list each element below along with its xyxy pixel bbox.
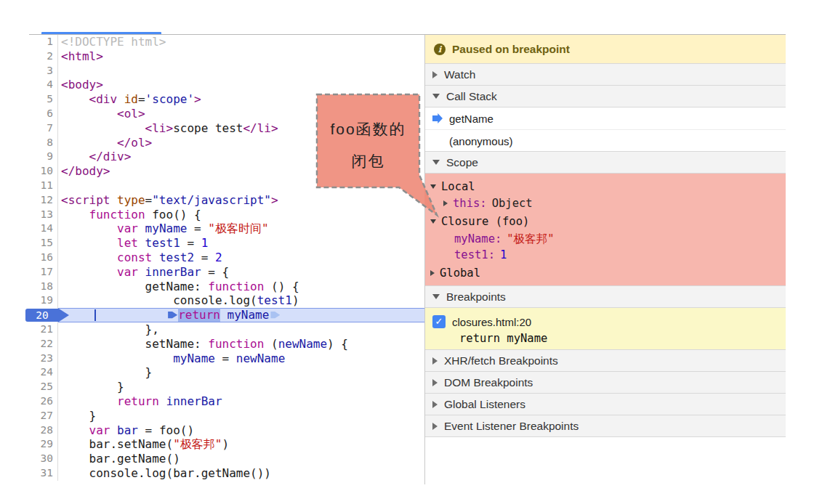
section-global-listeners[interactable]: Global Listeners — [425, 393, 786, 415]
code-line-11[interactable]: 11 — [29, 179, 424, 193]
code-line-2[interactable]: 2<html> — [29, 49, 424, 64]
code-line-5[interactable]: 5 <div id='scope'> — [29, 92, 424, 107]
code-token: test2 — [159, 251, 194, 264]
line-number-11[interactable]: 11 — [29, 179, 58, 193]
code-line-26[interactable]: 26 return innerBar — [29, 394, 424, 409]
section-label: Watch — [444, 68, 475, 81]
code-token: ) { — [327, 337, 348, 351]
line-number-3[interactable]: 3 — [29, 64, 58, 78]
scope-pane-highlighted: Local this: Object Closure (foo) myName:… — [425, 174, 786, 286]
code-line-27[interactable]: 27 } — [29, 409, 424, 423]
code-line-16[interactable]: 16 const test2 = 2 — [29, 251, 424, 265]
scope-group-closure[interactable]: Closure (foo) — [425, 211, 786, 231]
code-line-6[interactable]: 6 <ol> — [29, 107, 424, 121]
code-line-content: </body> — [58, 164, 424, 179]
code-token — [152, 251, 159, 264]
code-line-29[interactable]: 29 bar.setName("极客邦") — [29, 437, 424, 452]
code-line-23[interactable]: 23 myName = newName — [29, 351, 424, 366]
scope-row-myname[interactable]: myName: "极客邦" — [425, 231, 786, 247]
line-number-20[interactable]: 20 — [29, 308, 58, 322]
line-number-5[interactable]: 5 — [29, 92, 58, 107]
code-token: "text/javascript" — [152, 193, 271, 207]
code-line-31[interactable]: 31 console.log(bar.getName()) — [29, 466, 424, 481]
line-number-19[interactable]: 19 — [29, 293, 58, 308]
code-line-3[interactable]: 3 — [29, 64, 424, 78]
section-call-stack[interactable]: Call Stack — [425, 85, 786, 107]
code-token — [61, 208, 89, 221]
section-watch[interactable]: Watch — [425, 63, 786, 86]
code-editor[interactable]: 1<!DOCTYPE html>2<html>34<body>5 <div id… — [29, 35, 424, 481]
line-number-22[interactable]: 22 — [29, 337, 58, 351]
code-line-14[interactable]: 14 var myName = "极客时间" — [29, 221, 424, 236]
code-line-7[interactable]: 7 <li>scope test</li> — [29, 121, 424, 136]
code-line-12[interactable]: 12<script type="text/javascript"> — [29, 193, 424, 208]
section-xhr-breakpoints[interactable]: XHR/fetch Breakpoints — [425, 349, 786, 372]
line-number-24[interactable]: 24 — [29, 365, 58, 380]
line-number-6[interactable]: 6 — [29, 107, 58, 121]
line-number-14[interactable]: 14 — [29, 221, 58, 236]
code-line-20[interactable]: 20 return myName — [29, 308, 424, 322]
code-token — [61, 221, 117, 235]
line-number-30[interactable]: 30 — [29, 452, 58, 466]
breakpoint-location[interactable]: closures.html:20 — [452, 316, 531, 328]
section-scope[interactable]: Scope — [425, 151, 786, 174]
code-line-28[interactable]: 28 var bar = foo() — [29, 423, 424, 438]
code-token — [61, 236, 117, 250]
code-line-30[interactable]: 30 bar.getName() — [29, 452, 424, 466]
code-line-13[interactable]: 13 function foo() { — [29, 208, 424, 222]
code-line-18[interactable]: 18 getName: function () { — [29, 280, 424, 294]
scope-group-local[interactable]: Local — [425, 178, 786, 195]
code-line-22[interactable]: 22 setName: function (newName) { — [29, 337, 424, 351]
code-token: myName — [145, 221, 188, 235]
code-line-1[interactable]: 1<!DOCTYPE html> — [29, 35, 424, 49]
section-label: DOM Breakpoints — [444, 376, 533, 389]
line-number-7[interactable]: 7 — [29, 121, 58, 136]
line-number-15[interactable]: 15 — [29, 236, 58, 251]
line-number-27[interactable]: 27 — [29, 409, 58, 423]
code-token: test1 — [257, 293, 292, 307]
line-number-25[interactable]: 25 — [29, 380, 58, 394]
line-number-29[interactable]: 29 — [29, 437, 58, 452]
code-line-10[interactable]: 10</body> — [29, 164, 424, 179]
scope-group-label: Global — [440, 267, 480, 280]
scope-group-global[interactable]: Global — [425, 263, 786, 283]
line-number-16[interactable]: 16 — [29, 251, 58, 265]
line-number-21[interactable]: 21 — [29, 322, 58, 337]
breakpoint-checkbox[interactable]: ✓ — [432, 315, 446, 328]
section-breakpoints[interactable]: Breakpoints — [425, 285, 786, 308]
call-stack-frame-getname[interactable]: getName — [425, 107, 786, 130]
line-number-4[interactable]: 4 — [29, 78, 58, 92]
line-number-10[interactable]: 10 — [29, 164, 58, 179]
code-token: console.log( — [61, 293, 257, 307]
code-line-9[interactable]: 9 </div> — [29, 150, 424, 164]
code-line-25[interactable]: 25 } — [29, 380, 424, 394]
line-number-1[interactable]: 1 — [29, 35, 58, 49]
breakpoint-entry[interactable]: ✓ closures.html:20 return myName — [425, 308, 786, 350]
line-number-13[interactable]: 13 — [29, 208, 58, 222]
line-number-18[interactable]: 18 — [29, 280, 58, 294]
section-label: Call Stack — [446, 90, 497, 103]
call-stack-frame-anonymous[interactable]: (anonymous) — [425, 130, 786, 152]
code-token: <script — [61, 193, 117, 207]
scope-row-test1[interactable]: test1: 1 — [425, 247, 786, 263]
line-number-23[interactable]: 23 — [29, 351, 58, 366]
scope-row-this[interactable]: this: Object — [425, 195, 786, 211]
section-event-listener-breakpoints[interactable]: Event Listener Breakpoints — [425, 415, 786, 437]
line-number-17[interactable]: 17 — [29, 265, 58, 280]
code-token: <!DOCTYPE html> — [61, 35, 166, 49]
line-number-26[interactable]: 26 — [29, 394, 58, 409]
code-line-4[interactable]: 4<body> — [29, 78, 424, 92]
line-number-31[interactable]: 31 — [29, 466, 58, 481]
section-dom-breakpoints[interactable]: DOM Breakpoints — [425, 371, 786, 394]
code-line-19[interactable]: 19 console.log(test1) — [29, 293, 424, 308]
line-number-28[interactable]: 28 — [29, 423, 58, 438]
line-number-9[interactable]: 9 — [29, 150, 58, 164]
code-line-8[interactable]: 8 </ol> — [29, 136, 424, 150]
code-line-17[interactable]: 17 var innerBar = { — [29, 265, 424, 280]
code-line-24[interactable]: 24 } — [29, 365, 424, 380]
line-number-8[interactable]: 8 — [29, 136, 58, 150]
line-number-12[interactable]: 12 — [29, 193, 58, 208]
line-number-2[interactable]: 2 — [29, 49, 58, 64]
code-line-15[interactable]: 15 let test1 = 1 — [29, 236, 424, 251]
code-line-21[interactable]: 21 }, — [29, 322, 424, 337]
